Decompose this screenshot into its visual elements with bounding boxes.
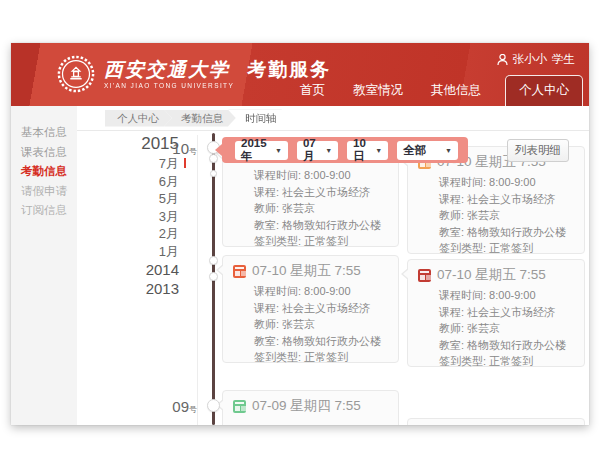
year-select[interactable]: 2015年 ▼ [235,141,288,160]
timeline-node[interactable] [210,170,217,177]
card-field: 教师: 张芸京 [233,200,388,217]
card-field: 签到类型: 正常签到 [233,233,388,250]
nav-personal-center-active[interactable]: 个人中心 [505,75,583,106]
timeline-month-mar[interactable]: 3月 [103,208,179,226]
nav-classrooms[interactable]: 教室情况 [339,75,417,106]
current-month-marker [184,158,186,168]
stamp-icon [418,269,431,282]
card-field: 课程时间: 8:00-9:00 [233,283,388,300]
card-field: 教室: 格物致知行政办公楼 [233,333,388,350]
nav-home[interactable]: 首页 [286,75,339,106]
timeline-month-jun[interactable]: 6月 [103,173,179,191]
card-field: 教师: 张芸京 [233,316,388,333]
timeline-month-may[interactable]: 5月 [103,190,179,208]
attendance-card: 07-10 星期五 7:55 课程时间: 8:00-9:00 课程: 社会主义市… [222,255,399,363]
timeline-month-feb[interactable]: 2月 [103,225,179,243]
caret-down-icon: ▼ [275,147,282,154]
user-name: 张小小 [513,52,548,67]
timeline-node[interactable] [209,256,218,265]
attendance-card: 07-09 星期四 7:55 [222,390,399,425]
university-name: 西安交通大学 XI'AN JIAO TONG UNIVERSITY [104,59,234,90]
card-field: 课程时间: 8:00-9:00 [418,174,574,191]
card-field: 签到类型: 正常签到 [418,240,574,257]
card-field: 课程: 社会主义市场经济 [233,184,388,201]
calendar-icon [233,400,246,413]
timeline-year-2013[interactable]: 2013 [103,279,179,298]
app-header: 西安交通大学 XI'AN JIAO TONG UNIVERSITY 考勤服务 张… [11,43,589,106]
user-info[interactable]: 张小小 学生 [497,52,576,67]
university-name-cn: 西安交通大学 [104,59,234,81]
timeline-node[interactable] [209,272,218,281]
card-field: 教室: 格物致知行政办公楼 [418,337,574,354]
card-field: 课程: 社会主义市场经济 [418,304,574,321]
timeline-month-jul[interactable]: 7月 [103,155,179,173]
day-label-09: 09号 [139,398,197,415]
user-icon [497,54,508,66]
breadcrumb: 个人中心 考勤信息 时间轴 [77,106,589,131]
sidebar-item-leave-request[interactable]: 请假申请 [11,182,77,202]
nav-other-info[interactable]: 其他信息 [417,75,495,106]
timeline-month-jan[interactable]: 1月 [103,243,179,261]
caret-down-icon: ▼ [375,147,382,154]
calendar-icon [233,265,246,278]
university-logo-icon [57,55,95,93]
card-date-header: 07-10 星期五 7:55 [252,262,361,280]
sidebar-item-subscription-info[interactable]: 订阅信息 [11,201,77,221]
timeline-year-2014[interactable]: 2014 [103,260,179,279]
breadcrumb-personal-center[interactable]: 个人中心 [105,110,172,127]
timeline-node[interactable] [207,399,220,412]
top-nav: 首页 教室情况 其他信息 个人中心 [286,75,583,106]
card-field: 教师: 张芸京 [418,320,574,337]
card-field: 教师: 张芸京 [418,207,574,224]
timeline-year-list: 2015 7月 6月 5月 3月 2月 1月 2014 2013 [103,133,179,298]
sidebar-item-attendance-info[interactable]: 考勤信息 [11,162,77,182]
university-name-en: XI'AN JIAO TONG UNIVERSITY [104,81,234,90]
sidebar: 基本信息 课表信息 考勤信息 请假申请 订阅信息 [11,106,77,425]
day-label-10: 10号 [139,140,197,157]
attendance-card-partial [407,418,585,425]
sidebar-item-basic-info[interactable]: 基本信息 [11,123,77,143]
type-select[interactable]: 全部 ▼ [397,141,458,160]
card-field: 教室: 格物致知行政办公楼 [418,224,574,241]
day-select[interactable]: 10日 ▼ [347,141,388,160]
card-field: 课程: 社会主义市场经济 [418,191,574,208]
card-field: 教室: 格物致知行政办公楼 [233,217,388,234]
card-field: 签到类型: 正常签到 [233,349,388,366]
month-select[interactable]: 07月 ▼ [297,141,338,160]
card-field: 课程时间: 8:00-9:00 [233,167,388,184]
card-field: 签到类型: 正常签到 [418,353,574,370]
caret-down-icon: ▼ [445,147,452,154]
app-window: 西安交通大学 XI'AN JIAO TONG UNIVERSITY 考勤服务 张… [11,43,589,425]
sidebar-item-schedule-info[interactable]: 课表信息 [11,143,77,163]
caret-down-icon: ▼ [325,147,332,154]
breadcrumb-timeline[interactable]: 时间轴 [228,110,290,127]
card-field: 课程时间: 8:00-9:00 [418,287,574,304]
card-date-header: 07-09 星期四 7:55 [252,397,361,415]
date-filter-bar: 2015年 ▼ 07月 ▼ 10日 ▼ 全部 ▼ [222,137,468,163]
user-role: 学生 [552,52,575,67]
timeline-column-divider [197,135,198,425]
attendance-card: 07-10 星期五 7:55 课程时间: 8:00-9:00 课程: 社会主义市… [407,259,585,367]
breadcrumb-attendance-info[interactable]: 考勤信息 [164,110,236,127]
card-date-header: 07-10 星期五 7:55 [437,266,546,284]
card-field: 课程: 社会主义市场经济 [233,300,388,317]
list-detail-button[interactable]: 列表明细 [507,139,569,162]
